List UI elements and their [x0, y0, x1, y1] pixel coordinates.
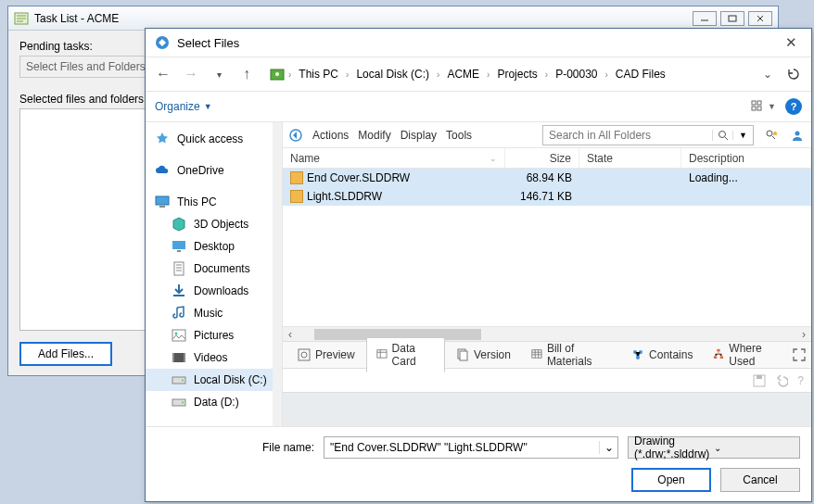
file-row[interactable]: Light.SLDDRW 146.71 KB: [283, 187, 811, 206]
card-help-icon[interactable]: ?: [797, 374, 804, 387]
svg-rect-31: [460, 351, 467, 360]
organize-label: Organize: [155, 100, 200, 113]
tree-item-downloads[interactable]: Downloads: [146, 280, 282, 302]
tab-bom[interactable]: Bill of Materials: [522, 338, 620, 372]
video-icon: [172, 350, 186, 365]
tree-item-data-d-[interactable]: Data (D:): [146, 391, 282, 413]
tab-preview[interactable]: Preview: [288, 345, 364, 365]
view-mode-button[interactable]: ▼: [751, 100, 776, 113]
tree-item-label: OneDrive: [177, 164, 224, 177]
tree-item-pictures[interactable]: Pictures: [146, 324, 282, 346]
breadcrumb-local-disk[interactable]: Local Disk (C:): [352, 66, 433, 82]
search-input[interactable]: [543, 129, 712, 142]
undo-icon[interactable]: [775, 374, 788, 387]
tree-item-this-pc[interactable]: This PC: [146, 191, 282, 213]
up-button[interactable]: ↑: [236, 64, 257, 84]
disk-icon: [172, 372, 186, 387]
close-button[interactable]: [748, 11, 772, 26]
save-icon[interactable]: [753, 374, 766, 387]
tab-where-used[interactable]: Where Used: [704, 338, 791, 372]
svg-rect-27: [299, 349, 310, 360]
file-row[interactable]: End Cover.SLDDRW 68.94 KB Loading...: [283, 169, 811, 187]
chevron-down-icon: ▼: [204, 102, 212, 111]
svg-point-15: [175, 333, 178, 335]
modify-menu[interactable]: Modify: [358, 129, 390, 142]
tree-item-music[interactable]: Music: [146, 302, 282, 324]
cloud-icon: [155, 163, 170, 178]
forward-button[interactable]: →: [181, 64, 201, 84]
tree-item-label: Videos: [194, 351, 227, 364]
svg-rect-40: [757, 375, 762, 379]
file-type-filter[interactable]: Drawing (*.drw;*.slddrw) ⌄: [628, 436, 800, 459]
user-button[interactable]: [789, 127, 806, 144]
card-toolbar: ?: [283, 369, 811, 393]
organize-menu[interactable]: Organize ▼: [155, 100, 212, 113]
breadcrumb-p00030[interactable]: P-00030: [552, 66, 601, 82]
tree-item-desktop[interactable]: Desktop: [146, 235, 282, 258]
tab-data-card[interactable]: Data Card: [366, 337, 445, 372]
nav-bar: ← → ▾ ↑ › This PC › Local Disk (C:) › AC…: [146, 57, 811, 92]
tree-item-3d-objects[interactable]: 3D Objects: [146, 213, 282, 235]
favorite-search-button[interactable]: [763, 127, 780, 144]
file-size: 68.94 KB: [505, 171, 579, 184]
maximize-button[interactable]: [720, 11, 744, 26]
actions-menu[interactable]: Actions: [312, 129, 349, 142]
tab-version[interactable]: Version: [447, 345, 520, 365]
action-bar: Actions Modify Display Tools ▼: [283, 122, 811, 148]
detail-tabs: Preview Data Card Version Bill of Materi…: [283, 341, 811, 369]
recent-dropdown[interactable]: ▾: [209, 64, 229, 84]
column-description[interactable]: Description: [681, 148, 811, 168]
breadcrumb-acme[interactable]: ACME: [443, 66, 483, 82]
tree-item-local-disk-c-[interactable]: Local Disk (C:): [146, 369, 282, 391]
breadcrumb-projects[interactable]: Projects: [493, 66, 541, 82]
scroll-right-icon[interactable]: ›: [796, 328, 811, 341]
tree-item-quick-access[interactable]: Quick access: [146, 128, 282, 150]
display-menu[interactable]: Display: [401, 129, 437, 142]
svg-rect-37: [714, 356, 717, 359]
breadcrumb-cad-files[interactable]: CAD Files: [612, 66, 669, 82]
tools-menu[interactable]: Tools: [446, 129, 472, 142]
dialog-close-button[interactable]: ✕: [780, 32, 802, 54]
minimize-button[interactable]: [693, 11, 717, 26]
file-name-input[interactable]: [324, 441, 599, 454]
expand-panel-button[interactable]: [793, 348, 806, 361]
tree-item-label: Local Disk (C:): [194, 373, 267, 386]
file-list[interactable]: End Cover.SLDDRW 68.94 KB Loading... Lig…: [283, 169, 811, 326]
drawing-file-icon: [290, 171, 303, 184]
tree-item-label: Desktop: [194, 240, 235, 253]
column-size[interactable]: Size: [505, 148, 579, 168]
help-button[interactable]: ?: [785, 98, 802, 115]
tree-item-videos[interactable]: Videos: [146, 346, 282, 369]
search-button[interactable]: [712, 130, 732, 141]
tree-item-documents[interactable]: Documents: [146, 258, 282, 280]
breadcrumb: › This PC › Local Disk (C:) › ACME › Pro…: [264, 63, 752, 85]
back-button[interactable]: ←: [153, 64, 173, 84]
file-name: Light.SLDDRW: [307, 190, 382, 203]
whereused-icon: [713, 348, 724, 361]
svg-point-22: [182, 402, 184, 404]
open-button[interactable]: Open: [631, 468, 711, 492]
breadcrumb-dropdown[interactable]: ⌄: [759, 68, 776, 81]
tree-item-label: Pictures: [194, 329, 234, 342]
breadcrumb-this-pc[interactable]: This PC: [295, 66, 342, 82]
selected-files-list[interactable]: [19, 108, 147, 331]
tab-contains[interactable]: Contains: [622, 345, 702, 365]
cancel-button[interactable]: Cancel: [720, 468, 800, 492]
download-icon: [172, 284, 186, 298]
refresh-button[interactable]: [783, 64, 804, 84]
datacard-icon: [376, 348, 388, 361]
svg-rect-36: [718, 349, 720, 352]
tree-scrollbar[interactable]: [273, 122, 282, 426]
app-icon: [14, 11, 29, 26]
chevron-down-icon: ▼: [768, 102, 776, 111]
scroll-left-icon[interactable]: ‹: [283, 328, 298, 341]
file-name-dropdown[interactable]: ⌄: [599, 441, 617, 454]
add-files-button[interactable]: Add Files...: [19, 342, 112, 366]
tree-item-onedrive[interactable]: OneDrive: [146, 159, 282, 182]
search-dropdown[interactable]: ▼: [732, 131, 753, 140]
column-name[interactable]: Name⌄: [283, 148, 505, 168]
contains-icon: [631, 348, 644, 361]
svg-rect-6: [757, 101, 761, 105]
column-state[interactable]: State: [579, 148, 681, 168]
search-box: ▼: [542, 125, 754, 145]
